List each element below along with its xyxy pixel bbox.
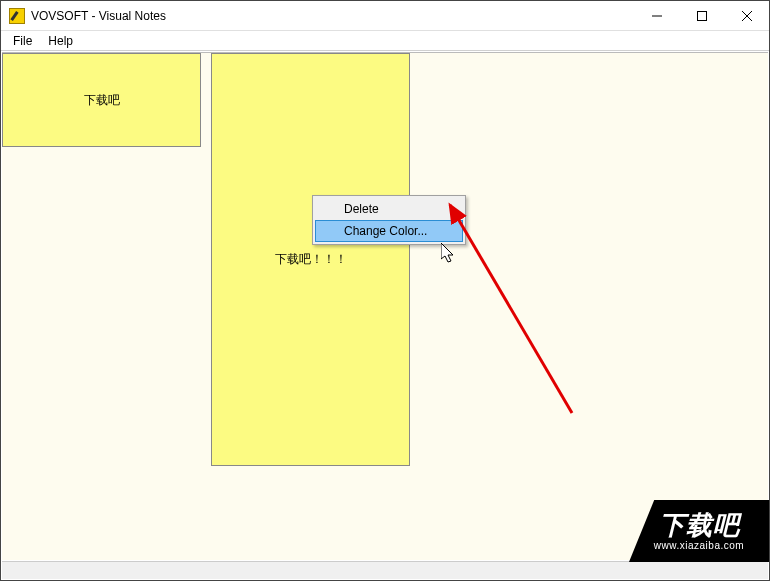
context-menu-delete[interactable]: Delete [315,198,463,220]
menu-file[interactable]: File [5,32,40,50]
context-menu: Delete Change Color... [312,195,466,245]
maximize-button[interactable] [679,1,724,30]
svg-marker-6 [441,243,453,262]
close-icon [742,11,752,21]
cursor-icon [441,243,459,265]
watermark-text: 下载吧 [659,512,740,538]
menubar: File Help [1,31,769,51]
minimize-icon [652,11,662,21]
watermark-url: www.xiazaiba.com [654,540,744,551]
minimize-button[interactable] [634,1,679,30]
sticky-note[interactable]: 下载吧！！！ [211,53,410,466]
notes-canvas[interactable]: 下载吧 下载吧！！！ Delete Change Color... [2,52,768,560]
close-button[interactable] [724,1,769,30]
window-title: VOVSOFT - Visual Notes [31,9,166,23]
svg-rect-1 [697,11,706,20]
app-icon [9,8,25,24]
note-text: 下载吧 [84,92,120,109]
maximize-icon [697,11,707,21]
window-controls [634,1,769,30]
note-text: 下载吧！！！ [275,251,347,268]
context-menu-change-color[interactable]: Change Color... [315,220,463,242]
sticky-note[interactable]: 下载吧 [2,53,201,147]
menu-help[interactable]: Help [40,32,81,50]
titlebar: VOVSOFT - Visual Notes [1,1,769,31]
svg-line-5 [450,205,572,413]
statusbar [2,561,768,579]
